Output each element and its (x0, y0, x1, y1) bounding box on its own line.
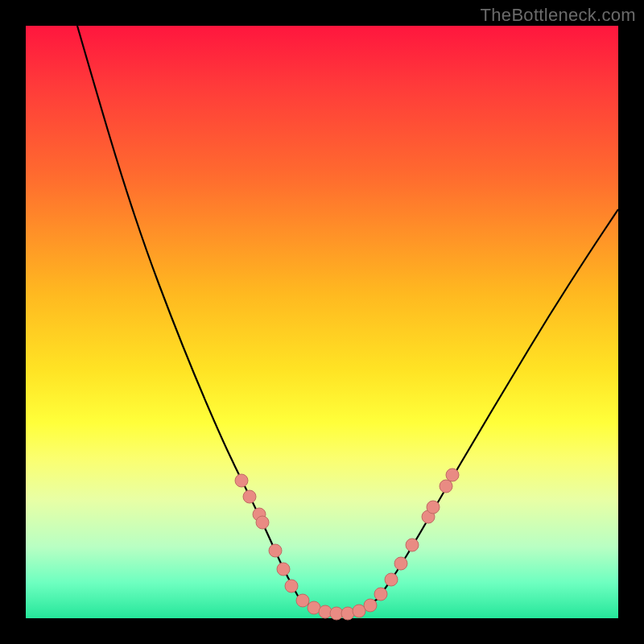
marker-dot (427, 501, 440, 514)
marker-dot (277, 563, 290, 576)
marker-dot (269, 544, 282, 557)
marker-dot (341, 607, 354, 620)
marker-dot (353, 605, 365, 617)
marker-dot (319, 605, 332, 618)
marker-dot (243, 490, 256, 503)
chart-svg (26, 26, 618, 618)
marker-dot (406, 539, 419, 551)
plot-area (26, 26, 618, 618)
marker-dot (364, 599, 377, 612)
marker-dots (235, 469, 459, 620)
marker-dot (440, 480, 452, 493)
marker-dot (374, 588, 387, 601)
marker-dot (296, 594, 309, 607)
marker-dot (256, 516, 269, 529)
marker-dot (446, 469, 459, 481)
marker-dot (385, 573, 398, 586)
outer-frame: TheBottleneck.com (0, 0, 644, 644)
bottleneck-curve (77, 26, 618, 613)
marker-dot (394, 557, 407, 570)
marker-dot (235, 474, 248, 487)
watermark-text: TheBottleneck.com (481, 5, 636, 26)
marker-dot (285, 580, 298, 592)
